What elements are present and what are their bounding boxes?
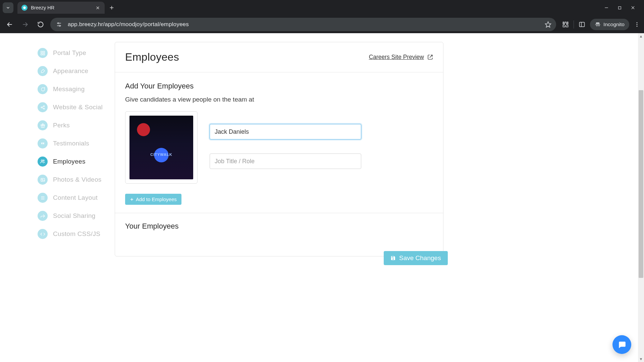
svg-rect-24 <box>43 53 44 55</box>
incognito-indicator[interactable]: Incognito <box>590 19 629 30</box>
gift-icon <box>38 120 48 130</box>
tab-strip: Breezy HR <box>0 0 644 15</box>
svg-point-18 <box>637 22 638 23</box>
svg-point-20 <box>637 25 638 26</box>
add-button-label: Add to Employees <box>136 196 177 202</box>
back-button[interactable] <box>4 19 15 30</box>
incognito-icon <box>595 21 601 27</box>
sidebar-item-label: Perks <box>53 122 70 129</box>
sidebar-item-label: Portal Type <box>53 49 86 57</box>
section-heading: Your Employees <box>125 222 433 231</box>
your-employees-section: Your Employees <box>115 213 443 256</box>
share-icon <box>38 102 48 112</box>
sidebar-item-testimonials[interactable]: Testimonials <box>38 134 115 153</box>
people-icon <box>38 157 48 167</box>
forward-button[interactable] <box>19 19 31 30</box>
svg-rect-22 <box>43 51 44 52</box>
sidebar-item-label: Photos & Videos <box>53 176 102 183</box>
card-header: Employees Careers Site Preview <box>115 42 443 72</box>
sidebar-item-label: Custom CSS/JS <box>53 230 100 238</box>
sidebar-item-photos-videos[interactable]: Photos & Videos <box>38 171 115 189</box>
layout-icon <box>38 193 48 203</box>
address-bar: app.breezy.hr/app/c/moodjoy/portal/emplo… <box>0 15 644 33</box>
url-bar[interactable]: app.breezy.hr/app/c/moodjoy/portal/emplo… <box>50 18 556 31</box>
svg-point-36 <box>42 179 43 180</box>
svg-line-28 <box>42 106 44 107</box>
sidebar-item-label: Employees <box>53 158 86 165</box>
sidebar-item-social-sharing[interactable]: Social Sharing <box>38 207 115 225</box>
svg-point-19 <box>637 24 638 25</box>
page-title: Employees <box>125 51 179 63</box>
extensions-button[interactable] <box>562 21 569 28</box>
code-icon <box>38 229 48 239</box>
sidebar-item-label: Appearance <box>53 67 88 75</box>
chat-widget-button[interactable] <box>612 335 631 354</box>
sidebar-item-custom-css-js[interactable]: Custom CSS/JS <box>38 225 115 243</box>
employee-role-input[interactable] <box>210 154 361 169</box>
reload-button[interactable] <box>35 19 46 30</box>
chat-icon <box>38 84 48 94</box>
maximize-button[interactable] <box>618 6 622 10</box>
svg-point-14 <box>59 25 60 26</box>
close-icon <box>96 6 100 10</box>
close-window-button[interactable] <box>631 5 635 10</box>
employee-photo-upload[interactable] <box>125 111 198 184</box>
sidebar-item-website-social[interactable]: Website & Social <box>38 98 115 116</box>
save-changes-button[interactable]: Save Changes <box>384 251 448 265</box>
sidebar-item-perks[interactable]: Perks <box>38 116 115 134</box>
sidebar-item-messaging[interactable]: Messaging <box>38 80 115 98</box>
scroll-up-button[interactable]: ▲ <box>638 33 644 39</box>
plus-icon <box>109 5 114 10</box>
sidebar-item-portal-type[interactable]: Portal Type <box>38 44 115 62</box>
bookmark-button[interactable] <box>545 21 551 28</box>
brush-icon <box>38 66 48 76</box>
save-button-label: Save Changes <box>399 254 441 262</box>
sidebar-item-label: Testimonials <box>53 140 89 147</box>
svg-rect-21 <box>41 51 42 52</box>
sidebar-item-appearance[interactable]: Appearance <box>38 62 115 80</box>
grid-icon <box>38 48 48 58</box>
tune-icon <box>56 21 62 27</box>
svg-point-0 <box>23 6 26 9</box>
svg-point-13 <box>58 22 59 24</box>
scroll-down-button[interactable]: ▼ <box>638 356 644 362</box>
employee-form <box>125 111 433 184</box>
star-icon <box>545 21 551 28</box>
sidebar-item-label: Website & Social <box>53 104 103 111</box>
chevron-down-icon <box>6 5 10 10</box>
scrollbar[interactable]: ▲ ▼ <box>638 33 644 362</box>
careers-preview-link[interactable]: Careers Site Preview <box>369 54 433 61</box>
section-heading: Add Your Employees <box>125 82 433 90</box>
new-tab-button[interactable] <box>107 3 117 13</box>
tab-search-button[interactable] <box>3 2 13 13</box>
chat-icon <box>618 340 626 349</box>
favicon-icon <box>21 5 28 11</box>
window-controls <box>604 5 641 10</box>
settings-sidebar: Portal TypeAppearanceMessagingWebsite & … <box>0 42 115 256</box>
browser-tab[interactable]: Breezy HR <box>17 2 105 14</box>
maximize-icon <box>618 6 622 10</box>
tab-title: Breezy HR <box>31 5 54 10</box>
photo-icon <box>38 175 48 185</box>
svg-rect-23 <box>41 53 42 55</box>
svg-rect-16 <box>580 22 585 26</box>
sidebar-item-content-layout[interactable]: Content Layout <box>38 189 115 207</box>
minimize-button[interactable] <box>604 5 609 10</box>
sidebar-item-employees[interactable]: Employees <box>38 153 115 171</box>
svg-point-33 <box>41 160 43 162</box>
close-tab-button[interactable] <box>95 5 101 11</box>
section-subheading: Give candidates a view people on the tea… <box>125 96 433 103</box>
employees-card: Employees Careers Site Preview Add Your … <box>115 42 443 256</box>
scroll-thumb[interactable] <box>639 90 643 278</box>
incognito-label: Incognito <box>603 21 625 27</box>
forward-icon <box>38 211 48 221</box>
sidebar-item-label: Content Layout <box>53 194 98 201</box>
sidepanel-button[interactable] <box>579 21 585 28</box>
external-link-icon <box>427 54 433 60</box>
add-to-employees-button[interactable]: Add to Employees <box>125 194 181 205</box>
site-info-button[interactable] <box>55 20 63 28</box>
browser-menu-button[interactable] <box>634 21 640 27</box>
quote-icon <box>38 138 48 148</box>
arrow-right-icon <box>22 21 29 28</box>
employee-name-input[interactable] <box>210 124 361 139</box>
